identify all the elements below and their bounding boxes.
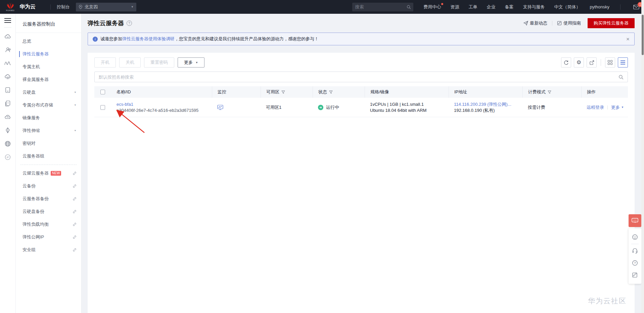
row-checkbox[interactable] bbox=[100, 105, 105, 110]
image-text: Ubuntu 18.04 64bit with ARM bbox=[370, 107, 449, 114]
close-icon[interactable]: × bbox=[626, 36, 630, 42]
export-icon bbox=[589, 60, 594, 65]
huawei-logo[interactable]: HUAWEI bbox=[6, 2, 15, 11]
sidebar-item[interactable]: 云硬盘▼ bbox=[16, 86, 81, 99]
sidebar-item[interactable]: 弹性云服务器 bbox=[16, 48, 81, 60]
cloud-server-icon[interactable] bbox=[4, 33, 11, 40]
sidebar-item[interactable]: 专属分布式存储▼ bbox=[16, 99, 81, 111]
scrollbar-thumb[interactable] bbox=[642, 15, 644, 55]
monitor-waves-icon[interactable] bbox=[4, 60, 11, 66]
name-filter-input[interactable] bbox=[99, 75, 618, 80]
sidebar-item[interactable]: 专属主机 bbox=[16, 60, 81, 73]
filter-icon[interactable] bbox=[329, 90, 333, 94]
nav-tickets[interactable]: 工单 bbox=[468, 4, 477, 10]
user-group-icon[interactable] bbox=[4, 46, 11, 53]
nav-icp-filing[interactable]: 备案 bbox=[505, 4, 513, 10]
help-icon[interactable]: ? bbox=[127, 20, 132, 26]
messages-button[interactable]: 1 bbox=[633, 5, 639, 9]
help-button[interactable]: ? bbox=[629, 257, 641, 269]
reset-password-button[interactable]: 重置密码 bbox=[144, 57, 174, 68]
sidebar-item[interactable]: 云服务器组 bbox=[16, 150, 81, 163]
feedback-form-button[interactable] bbox=[629, 269, 641, 281]
power-on-button[interactable]: 开机 bbox=[94, 57, 116, 68]
export-button[interactable] bbox=[587, 57, 597, 68]
col-header-name-id[interactable]: 名称/ID bbox=[111, 86, 212, 98]
global-search-input[interactable] bbox=[355, 4, 406, 9]
sidebar-item[interactable]: 云备份 bbox=[16, 180, 81, 192]
sidebar-item-label: 云服务器组 bbox=[22, 153, 44, 159]
buy-ecs-button[interactable]: 购买弹性云服务器 bbox=[588, 18, 635, 28]
nav-enterprise[interactable]: 企业 bbox=[487, 4, 495, 10]
sidebar-item[interactable]: 云硬盘备份 bbox=[16, 205, 81, 218]
ops-separator bbox=[607, 105, 608, 109]
col-header-spec-image[interactable]: 规格/镜像 bbox=[365, 86, 449, 98]
sidebar-item[interactable]: 总览 bbox=[16, 35, 81, 48]
sidebar-item-label: 云服务器备份 bbox=[22, 196, 49, 202]
server-name-link[interactable]: ecs-bfa1 bbox=[117, 102, 133, 107]
cloud-stack-icon[interactable] bbox=[4, 73, 11, 80]
col-header-status[interactable]: 状态 bbox=[313, 86, 365, 98]
col-header-az[interactable]: 可用区 bbox=[261, 86, 313, 98]
sidebar-item[interactable]: 镜像服务 bbox=[16, 111, 81, 124]
col-header-operations[interactable]: 操作 bbox=[581, 86, 628, 98]
nav-username[interactable]: pythonsky bbox=[590, 4, 609, 9]
latest-news-link[interactable]: 最新动态 bbox=[523, 20, 547, 26]
user-guide-link[interactable]: 使用指南 bbox=[557, 20, 581, 26]
view-tools-separator bbox=[601, 59, 601, 66]
col-header-billing[interactable]: 计费模式 bbox=[522, 86, 581, 98]
nav-support[interactable]: 支持与服务 bbox=[523, 4, 545, 10]
remote-login-link[interactable]: 远程登录 bbox=[587, 104, 604, 110]
documents-icon[interactable] bbox=[4, 100, 11, 107]
list-view-icon bbox=[620, 60, 625, 64]
support-button[interactable] bbox=[629, 245, 641, 257]
region-value: 北京四 bbox=[85, 4, 98, 10]
notebook-icon[interactable] bbox=[4, 87, 11, 93]
power-off-button[interactable]: 关机 bbox=[119, 57, 141, 68]
globe-icon[interactable] bbox=[4, 140, 11, 147]
row-more-link[interactable]: 更多 bbox=[611, 104, 620, 110]
filter-icon[interactable] bbox=[281, 90, 285, 94]
nav-billing-center[interactable]: 费用中心 bbox=[423, 4, 441, 10]
hot-air-balloon-icon[interactable] bbox=[4, 127, 11, 134]
public-ip-link[interactable]: 114.116.200.239 (弹性公网)... bbox=[454, 102, 511, 107]
filter-icon[interactable] bbox=[548, 90, 551, 94]
select-all-checkbox[interactable] bbox=[100, 90, 105, 94]
cloud-sync-icon[interactable] bbox=[4, 114, 11, 120]
grid-view-button[interactable] bbox=[605, 57, 615, 68]
col-header-ip[interactable]: IP地址 bbox=[449, 86, 522, 98]
sidebar-item[interactable]: 弹性负载均衡 bbox=[16, 218, 81, 231]
info-banner: i 诚邀您参加弹性云服务器使用体验调研，您宝贵的意见和建议是我们持续提升产品体验… bbox=[88, 33, 635, 45]
sidebar-item[interactable]: 安全组 bbox=[16, 243, 81, 256]
refresh-button[interactable] bbox=[561, 57, 571, 68]
survey-link[interactable]: 弹性云服务器使用体验调研 bbox=[122, 36, 175, 41]
sidebar-item-label: 弹性伸缩 bbox=[22, 128, 40, 134]
col-header-monitoring[interactable]: 监控 bbox=[212, 86, 261, 98]
name-filter[interactable] bbox=[94, 72, 628, 82]
sidebar-item[interactable]: 云服务器备份 bbox=[16, 192, 81, 205]
more-actions-button[interactable]: 更多 ▼ bbox=[178, 57, 204, 68]
global-search[interactable] bbox=[352, 3, 413, 11]
sidebar-item[interactable]: 云耀云服务器NEW bbox=[16, 167, 81, 180]
sidebar-item[interactable]: 弹性伸缩▼ bbox=[16, 124, 81, 137]
ip-icon[interactable]: IP bbox=[4, 154, 11, 161]
console-link[interactable]: 控制台 bbox=[57, 4, 70, 10]
brand-name[interactable]: 华为云 bbox=[19, 3, 36, 10]
settings-button[interactable]: ⚙ bbox=[574, 57, 584, 68]
nav-language[interactable]: 中文（简体） bbox=[554, 4, 580, 10]
region-selector[interactable]: 北京四 ▼ bbox=[76, 3, 136, 11]
monitoring-chart-icon[interactable] bbox=[217, 105, 223, 110]
sidebar-item[interactable]: 密钥对 bbox=[16, 137, 81, 150]
page-scrollbar[interactable] bbox=[641, 0, 644, 313]
satisfaction-survey-button[interactable] bbox=[629, 231, 641, 243]
panel-divider bbox=[631, 244, 639, 244]
search-icon[interactable] bbox=[407, 5, 411, 9]
chevron-down-icon[interactable]: ▼ bbox=[621, 106, 624, 109]
nav-resources[interactable]: 资源 bbox=[450, 4, 459, 10]
sidebar-item[interactable]: 弹性公网IP bbox=[16, 231, 81, 243]
search-icon[interactable] bbox=[618, 75, 624, 80]
hamburger-menu-icon[interactable] bbox=[4, 18, 11, 23]
sidebar-item[interactable]: 裸金属服务器 bbox=[16, 73, 81, 86]
list-view-button[interactable] bbox=[618, 57, 628, 68]
banner-text: 诚邀您参加弹性云服务器使用体验调研，您宝贵的意见和建议是我们持续提升产品体验的源… bbox=[100, 36, 319, 42]
feedback-button[interactable] bbox=[629, 214, 641, 227]
